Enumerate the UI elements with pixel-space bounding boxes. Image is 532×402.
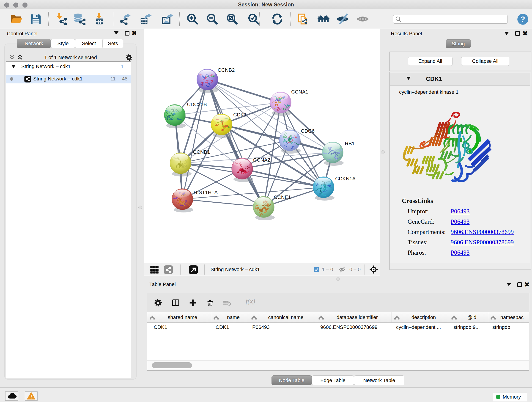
svg-text:CDC25B: CDC25B — [187, 102, 207, 107]
svg-text:CCNA1: CCNA1 — [291, 89, 308, 95]
svg-text:CDK1: CDK1 — [233, 112, 247, 118]
svg-text:CDKN1A: CDKN1A — [335, 176, 356, 182]
svg-text:CCNB2: CCNB2 — [218, 67, 235, 73]
svg-text:CCNA2: CCNA2 — [253, 157, 270, 163]
svg-text:CCNB1: CCNB1 — [193, 149, 210, 155]
svg-text:?: ? — [520, 15, 525, 23]
svg-text:HIST1H1A: HIST1H1A — [194, 190, 218, 195]
svg-text:CDC6: CDC6 — [301, 128, 315, 134]
svg-text:CCNE1: CCNE1 — [274, 194, 291, 200]
svg-text:RB1: RB1 — [345, 141, 355, 147]
